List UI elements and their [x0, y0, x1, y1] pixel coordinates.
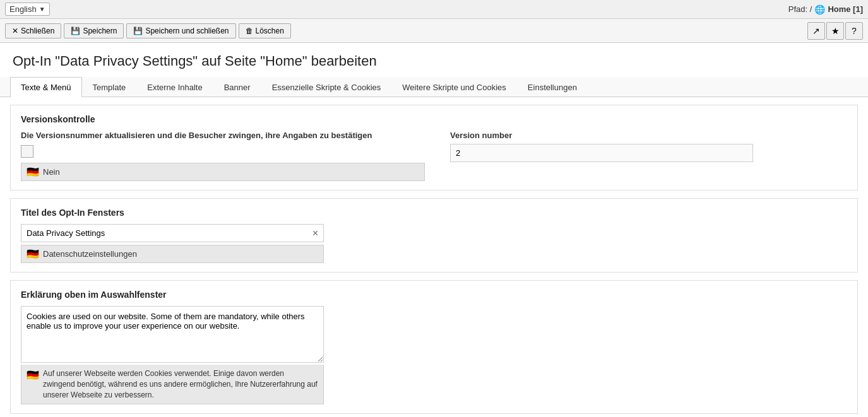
version-right: Version number	[450, 131, 753, 162]
titel-title: Titel des Opt-In Fensters	[21, 208, 847, 218]
language-selector[interactable]: English ▼	[5, 3, 50, 16]
erklaerung-title: Erklärung oben im Auswahlfenster	[21, 290, 847, 300]
breadcrumb-prefix: Pfad: /	[788, 4, 812, 14]
breadcrumb-page: Home [1]	[828, 4, 863, 14]
language-label: English	[9, 4, 37, 14]
tab-banner[interactable]: Banner	[213, 77, 261, 97]
erklaerung-section: Erklärung oben im Auswahlfenster Cookies…	[10, 280, 858, 414]
version-left: Die Versionsnummer aktualisieren und die…	[21, 131, 425, 181]
breadcrumb: Pfad: / 🌐 Home [1]	[788, 4, 863, 15]
tab-essenzielle-skripte[interactable]: Essenzielle Skripte & Cookies	[261, 77, 392, 97]
versionskontrolle-section: Versionskontrolle Die Versionsnummer akt…	[10, 105, 858, 191]
star-icon: ★	[831, 26, 840, 36]
tab-template[interactable]: Template	[82, 77, 137, 97]
titel-section: Titel des Opt-In Fensters × 🇩🇪 Datenschu…	[10, 198, 858, 273]
german-flag-icon-3: 🇩🇪	[27, 368, 39, 382]
page-title: Opt-In "Data Privacy Settings" auf Seite…	[0, 43, 868, 77]
top-bar: English ▼ Pfad: / 🌐 Home [1]	[0, 0, 868, 19]
version-number-input[interactable]	[450, 144, 753, 162]
version-layout: Die Versionsnummer aktualisieren und die…	[21, 131, 847, 181]
tab-texte-menue[interactable]: Texte & Menü	[10, 77, 82, 97]
question-icon: ?	[852, 26, 857, 36]
version-number-label: Version number	[450, 131, 753, 140]
external-link-button[interactable]: ↗	[807, 22, 825, 40]
side-icon-buttons: ↗ ★ ?	[807, 22, 863, 40]
titel-lang-label: Datenschutzeinstellungen	[43, 249, 137, 259]
save-close-button[interactable]: 💾 Speichern und schließen	[126, 23, 235, 38]
version-lang-label: Nein	[43, 167, 60, 177]
save-icon: 💾	[71, 26, 80, 35]
german-flag-icon: 🇩🇪	[27, 166, 39, 178]
action-bar: ✕ Schließen 💾 Speichern 💾 Speichern und …	[0, 19, 868, 43]
erklaerung-textarea[interactable]: Cookies are used on our website. Some of…	[21, 306, 324, 363]
save-button[interactable]: 💾 Speichern	[64, 23, 124, 38]
titel-input[interactable]	[21, 225, 307, 242]
version-checkbox-wrap	[21, 145, 425, 158]
erklaerung-lang-row: 🇩🇪 Auf unserer Webseite werden Cookies v…	[21, 365, 324, 404]
bookmark-button[interactable]: ★	[826, 22, 844, 40]
trash-icon: 🗑	[246, 26, 253, 35]
delete-button[interactable]: 🗑 Löschen	[239, 23, 291, 38]
version-lang-row: 🇩🇪 Nein	[21, 163, 425, 181]
erklaerung-lang-text: Auf unserer Webseite werden Cookies verw…	[43, 368, 318, 400]
save-close-icon: 💾	[133, 26, 143, 35]
external-link-icon: ↗	[812, 26, 820, 36]
chevron-down-icon: ▼	[39, 6, 45, 13]
tabs: Texte & Menü Template Externe Inhalte Ba…	[0, 77, 868, 97]
erklaerung-textarea-wrap: Cookies are used on our website. Some of…	[21, 306, 324, 404]
tab-externe-inhalte[interactable]: Externe Inhalte	[136, 77, 213, 97]
titel-clear-button[interactable]: ×	[307, 228, 323, 239]
titel-lang-row: 🇩🇪 Datenschutzeinstellungen	[21, 245, 324, 263]
main-content: Versionskontrolle Die Versionsnummer akt…	[0, 105, 868, 417]
versionskontrolle-title: Versionskontrolle	[21, 114, 847, 124]
version-subtitle: Die Versionsnummer aktualisieren und die…	[21, 131, 425, 140]
version-checkbox[interactable]	[21, 145, 33, 158]
titel-input-wrap: ×	[21, 224, 324, 242]
help-button[interactable]: ?	[845, 22, 863, 40]
close-button[interactable]: ✕ Schließen	[5, 23, 61, 38]
action-buttons: ✕ Schließen 💾 Speichern 💾 Speichern und …	[5, 23, 291, 38]
tab-einstellungen[interactable]: Einstellungen	[517, 77, 588, 97]
globe-icon: 🌐	[814, 4, 825, 15]
close-icon: ✕	[12, 26, 18, 35]
tab-weitere-skripte[interactable]: Weitere Skripte und Cookies	[391, 77, 517, 97]
german-flag-icon-2: 🇩🇪	[27, 248, 39, 260]
